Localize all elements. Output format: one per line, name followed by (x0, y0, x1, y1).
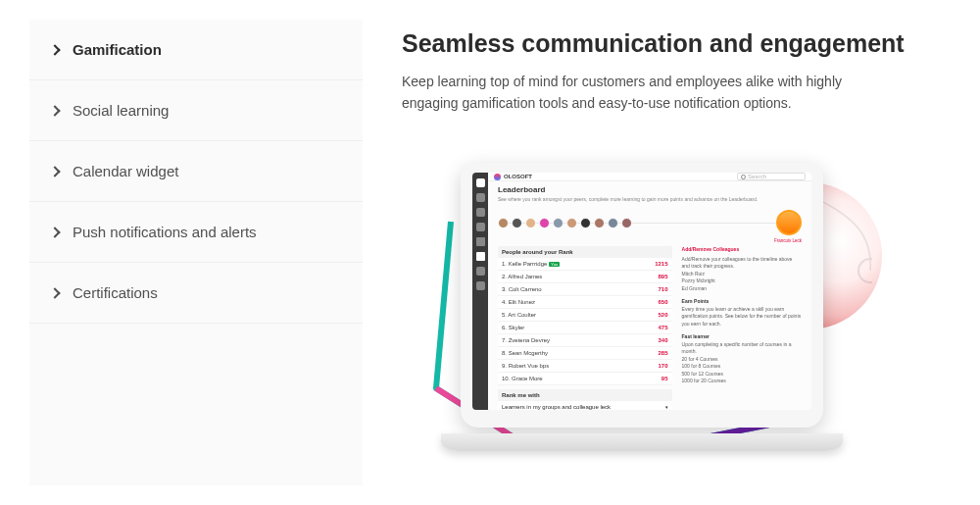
points-value: 170 (659, 363, 668, 369)
chevron-right-icon (49, 166, 60, 177)
rank-name: 8. Sean Mcgerthy (502, 350, 548, 356)
current-user-name: Francois Leck (498, 238, 802, 243)
sidebar-item-label: Calendar widget (73, 163, 178, 179)
table-row[interactable]: 4. Elit Nunez650 (498, 296, 672, 309)
rail-home-icon[interactable] (476, 178, 485, 187)
sidebar-item-calendar-widget[interactable]: Calendar widget (29, 141, 363, 202)
table-row[interactable]: 7. Zvetena Devrey340 (498, 334, 672, 347)
table-row[interactable]: 6. Skyler475 (498, 322, 672, 334)
search-placeholder: Search (748, 174, 766, 179)
rank-me-header: Rank me with (498, 389, 672, 401)
rail-badges-icon[interactable] (476, 267, 485, 276)
avatar[interactable] (621, 218, 632, 228)
avatar[interactable] (580, 218, 591, 228)
sidebar-item-gamification[interactable]: Gamification (29, 20, 363, 80)
rank-name: 10. Grace More (502, 376, 543, 381)
avatar[interactable] (553, 218, 564, 228)
rail-skills-icon[interactable] (476, 237, 485, 246)
laptop-device: OLOSOFT Search Leaderboard See where you… (461, 163, 823, 428)
earn-points-title: Earn Points (682, 298, 802, 306)
app-nav-rail (472, 173, 488, 410)
sidebar-item-label: Certifications (73, 284, 158, 301)
page-title: Leaderboard (498, 185, 802, 194)
rail-social-icon[interactable] (476, 281, 485, 290)
you-badge: You (549, 262, 560, 267)
chevron-right-icon (49, 44, 60, 55)
rank-name: 5. Art Coulter (502, 312, 536, 318)
points-value: 475 (659, 325, 668, 330)
rank-me-selector[interactable]: Learners in my groups and colleague leck… (498, 401, 672, 410)
content-area: Seamless communication and engagement Ke… (402, 20, 951, 485)
fast-learner-title: Fast learner (682, 333, 802, 341)
sidebar-item-social-learning[interactable]: Social learning (29, 80, 363, 141)
avatar[interactable] (525, 218, 536, 228)
avatar[interactable] (539, 218, 550, 228)
logo-mark-icon (494, 174, 501, 180)
rail-catalog-icon[interactable] (476, 208, 485, 217)
points-value: 895 (659, 274, 668, 279)
search-icon (741, 175, 746, 179)
sidebar-item-push-notifications[interactable]: Push notifications and alerts (29, 202, 363, 263)
table-row[interactable]: 8. Sean Mcgerthy285 (498, 347, 672, 360)
chevron-down-icon: ▾ (665, 404, 668, 410)
section-subtext: Keep learning top of mind for customers … (402, 72, 872, 114)
avatar[interactable] (594, 218, 605, 228)
points-value: 710 (659, 286, 668, 292)
sidebar-item-certifications[interactable]: Certifications (29, 263, 363, 324)
rank-name: 9. Robert Vue bps (502, 363, 549, 369)
points-value: 95 (662, 376, 668, 381)
avatar[interactable] (566, 218, 577, 228)
chevron-right-icon (49, 227, 60, 237)
app-screenshot: OLOSOFT Search Leaderboard See where you… (472, 173, 811, 410)
sidebar-item-label: Gamification (73, 41, 162, 58)
table-row[interactable]: 1. Kelle ParrridgeYou1215 (498, 258, 672, 271)
rank-name: 1. Kelle ParrridgeYou (502, 261, 560, 267)
table-row[interactable]: 2. Alfred James895 (498, 271, 672, 283)
section-headline: Seamless communication and engagement (402, 29, 951, 58)
points-value: 520 (659, 312, 668, 318)
rail-mail-icon[interactable] (476, 193, 485, 202)
rank-name: 4. Elit Nunez (502, 299, 535, 305)
app-top-bar: OLOSOFT Search (488, 173, 811, 181)
hero-illustration: OLOSOFT Search Leaderboard See where you… (402, 143, 872, 447)
sidebar-item-label: Push notifications and alerts (73, 224, 257, 240)
table-row[interactable]: 9. Robert Vue bps170 (498, 360, 672, 373)
points-value: 340 (659, 337, 668, 343)
sidebar-item-label: Social learning (73, 102, 169, 119)
table-row[interactable]: 3. Colt Carreno710 (498, 283, 672, 296)
rank-name: 2. Alfred James (502, 274, 542, 279)
current-user-avatar[interactable] (776, 210, 802, 235)
laptop-base (441, 433, 843, 451)
rail-refresh-icon[interactable] (476, 223, 485, 231)
avatar[interactable] (512, 218, 522, 228)
leaderboard-avatar-strip (498, 210, 802, 235)
search-input[interactable]: Search (737, 173, 806, 180)
rank-name: 3. Colt Carreno (502, 286, 542, 292)
avatar[interactable] (608, 218, 618, 228)
feature-tabs: Gamification Social learning Calendar wi… (29, 20, 363, 485)
rank-name: 7. Zvetena Devrey (502, 337, 550, 343)
table-header: People around your Rank (498, 246, 672, 258)
ranking-table: People around your Rank 1. Kelle Parrrid… (498, 246, 672, 410)
table-row[interactable]: 5. Art Coulter520 (498, 309, 672, 322)
chevron-right-icon (49, 105, 60, 116)
avatar[interactable] (498, 218, 509, 228)
page-subtitle: See where you rank amongst your peers, c… (498, 196, 802, 202)
chevron-right-icon (49, 287, 60, 298)
brand-name: OLOSOFT (504, 174, 532, 179)
add-colleagues-link[interactable]: Add/Remove Colleagues (682, 246, 802, 254)
rank-name: 6. Skyler (502, 325, 524, 330)
points-value: 650 (659, 299, 668, 305)
brand-logo: OLOSOFT (494, 174, 532, 180)
points-value: 1215 (655, 261, 667, 267)
table-row[interactable]: 10. Grace More95 (498, 373, 672, 385)
points-value: 285 (659, 350, 668, 356)
side-info-panel: Add/Remove Colleagues Add/Remove your co… (682, 246, 802, 410)
rail-leaderboard-icon[interactable] (476, 252, 485, 261)
